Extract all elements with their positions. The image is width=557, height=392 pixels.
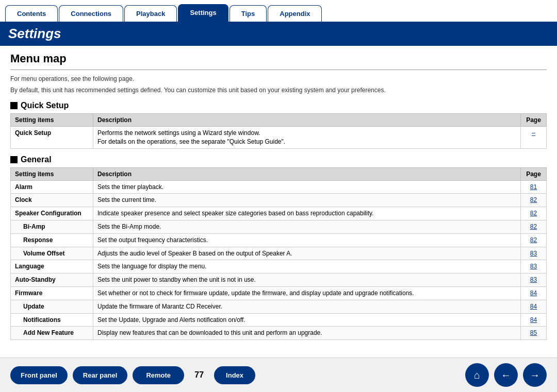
general-table: Setting items Description Page AlarmSets… — [10, 167, 547, 340]
row-item: Add New Feature — [11, 327, 93, 340]
row-item: Update — [11, 300, 93, 313]
quick-setup-table: Setting items Description Page Quick Set… — [10, 113, 547, 149]
tab-playback[interactable]: Playback — [124, 5, 177, 22]
row-page: 84 — [521, 286, 547, 300]
quick-setup-col-page: Page — [521, 114, 547, 127]
quick-setup-col-item: Setting items — [11, 114, 93, 127]
home-button[interactable]: ⌂ — [465, 363, 489, 387]
title-divider — [10, 70, 547, 70]
rear-panel-button[interactable]: Rear panel — [73, 366, 127, 384]
general-section-title: General — [10, 155, 547, 164]
row-page: 82 — [521, 233, 547, 247]
row-desc: Update the firmware of Marantz CD Receiv… — [93, 300, 521, 313]
row-item: Notifications — [11, 313, 93, 327]
settings-header-title: Settings — [8, 26, 549, 42]
row-desc: Adjusts the audio level of Speaker B bas… — [93, 247, 521, 260]
row-page: 82 — [521, 207, 547, 220]
row-item: Response — [11, 233, 93, 247]
table-row: Speaker ConfigurationIndicate speaker pr… — [11, 207, 547, 220]
row-desc: Set whether or not to check for firmware… — [93, 286, 521, 300]
forward-button[interactable]: → — [523, 363, 547, 387]
table-row: UpdateUpdate the firmware of Marantz CD … — [11, 300, 547, 313]
row-page: 85 — [521, 327, 547, 340]
front-panel-button[interactable]: Front panel — [10, 366, 68, 384]
table-row: Add New FeatureDisplay new features that… — [11, 327, 547, 340]
top-nav: Contents Connections Playback Settings T… — [0, 0, 557, 22]
row-item: Clock — [11, 194, 93, 207]
tab-tips[interactable]: Tips — [230, 5, 267, 22]
quick-setup-section-title: Quick Setup — [10, 101, 547, 110]
table-row: Auto-StandbySets the unit power to stand… — [11, 274, 547, 287]
quick-setup-col-desc: Description — [93, 114, 521, 127]
intro-line2: By default, this unit has recommended se… — [10, 86, 547, 95]
table-row: NotificationsSet the Update, Upgrade and… — [11, 313, 547, 327]
page-title: Menu map — [10, 52, 547, 65]
row-item: Alarm — [11, 180, 93, 194]
bottom-nav: Front panel Rear panel Remote 77 Index ⌂… — [0, 357, 557, 392]
row-page: 83 — [521, 260, 547, 274]
general-col-item: Setting items — [11, 167, 93, 180]
general-col-desc: Description — [93, 167, 521, 180]
row-desc: Sets the Bi-Amp mode. — [93, 220, 521, 233]
table-row: Quick Setup Performs the network setting… — [11, 127, 547, 149]
table-row: Volume OffsetAdjusts the audio level of … — [11, 247, 547, 260]
tab-connections[interactable]: Connections — [59, 5, 123, 22]
settings-header: Settings — [0, 22, 557, 46]
row-page: 82 — [521, 220, 547, 233]
row-desc: Performs the network settings using a Wi… — [93, 127, 521, 149]
row-desc: Set the output frequency characteristics… — [93, 233, 521, 247]
row-page: 84 — [521, 300, 547, 313]
table-row: LanguageSets the language for display th… — [11, 260, 547, 274]
row-desc: Sets the timer playback. — [93, 180, 521, 194]
main-content: Menu map For menu operations, see the fo… — [0, 46, 557, 352]
page-number: 77 — [194, 370, 204, 380]
row-desc: Sets the current time. — [93, 194, 521, 207]
row-item: Firmware — [11, 286, 93, 300]
row-desc: Indicate speaker presence and select spe… — [93, 207, 521, 220]
row-desc: Display new features that can be downloa… — [93, 327, 521, 340]
tab-settings[interactable]: Settings — [178, 4, 228, 22]
row-item: Volume Offset — [11, 247, 93, 260]
remote-button[interactable]: Remote — [133, 366, 184, 384]
row-item: Language — [11, 260, 93, 274]
row-desc: Sets the unit power to standby when the … — [93, 274, 521, 287]
tab-contents[interactable]: Contents — [5, 5, 58, 22]
row-page: – — [521, 127, 547, 149]
table-row: ClockSets the current time.82 — [11, 194, 547, 207]
home-icon: ⌂ — [474, 369, 480, 381]
row-desc: Sets the language for display the menu. — [93, 260, 521, 274]
table-row: FirmwareSet whether or not to check for … — [11, 286, 547, 300]
row-page: 82 — [521, 194, 547, 207]
row-page: 83 — [521, 274, 547, 287]
index-button[interactable]: Index — [214, 366, 255, 384]
row-page: 83 — [521, 247, 547, 260]
row-item: Auto-Standby — [11, 274, 93, 287]
row-desc: Set the Update, Upgrade and Alerts notif… — [93, 313, 521, 327]
back-button[interactable]: ← — [494, 363, 518, 387]
intro-line1: For menu operations, see the following p… — [10, 74, 547, 83]
row-item: Bi-Amp — [11, 220, 93, 233]
table-row: Bi-AmpSets the Bi-Amp mode.82 — [11, 220, 547, 233]
forward-icon: → — [530, 369, 540, 381]
back-icon: ← — [501, 369, 511, 381]
row-item: Quick Setup — [11, 127, 93, 149]
table-row: ResponseSet the output frequency charact… — [11, 233, 547, 247]
tab-appendix[interactable]: Appendix — [268, 5, 322, 22]
table-row: AlarmSets the timer playback.81 — [11, 180, 547, 194]
row-page: 84 — [521, 313, 547, 327]
row-item: Speaker Configuration — [11, 207, 93, 220]
row-page: 81 — [521, 180, 547, 194]
general-col-page: Page — [521, 167, 547, 180]
